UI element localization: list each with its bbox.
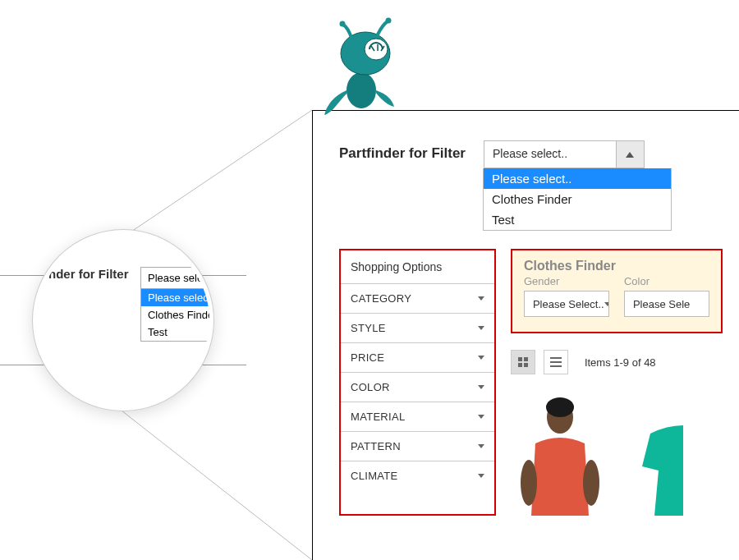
lens-option[interactable]: Please select.. (141, 289, 213, 306)
svg-point-15 (583, 460, 599, 506)
svg-line-10 (122, 110, 312, 238)
partfinder-select[interactable]: Please select.. Please select.. Clothes … (484, 140, 645, 168)
chevron-down-icon (604, 302, 609, 306)
grid-view-button[interactable] (511, 350, 535, 374)
color-select[interactable]: Please Sele (624, 291, 709, 317)
lens-partfinder-label: rtfinder for Filter (33, 267, 129, 281)
chevron-down-icon (478, 326, 484, 330)
svg-point-14 (521, 460, 537, 506)
svg-point-13 (546, 397, 574, 417)
partfinder-option[interactable]: Clothes Finder (484, 189, 671, 209)
list-view-button[interactable] (544, 350, 568, 374)
main-panel: Partfinder for Filter Please select.. Pl… (312, 110, 739, 560)
clothes-finder-box: Clothes Finder Gender Please Select.. Co… (511, 249, 723, 333)
grid-icon (518, 357, 528, 367)
shopping-options-sidebar: Shopping Options CATEGORY STYLE PRICE CO… (339, 249, 496, 516)
product-card[interactable] (511, 392, 609, 516)
lens-dropdown: Please select.. Clothes Finder Test (140, 289, 213, 342)
product-card[interactable] (634, 392, 683, 516)
sidebar-heading: Shopping Options (341, 250, 494, 283)
finder-field-label: Gender (524, 275, 609, 287)
chevron-down-icon (478, 474, 484, 478)
filter-climate[interactable]: CLIMATE (341, 461, 494, 490)
mascot-alien (312, 0, 411, 135)
gender-select[interactable]: Please Select.. (524, 291, 609, 317)
zoom-lens: rtfinder for Filter Please select.. Plea… (33, 230, 213, 411)
chevron-up-icon[interactable] (616, 141, 644, 168)
partfinder-option[interactable]: Please select.. (484, 168, 671, 189)
partfinder-label: Partfinder for Filter (339, 140, 466, 162)
filter-style[interactable]: STYLE (341, 313, 494, 342)
chevron-down-icon (478, 296, 484, 301)
chevron-down-icon (478, 444, 484, 448)
finder-title: Clothes Finder (524, 259, 709, 273)
lens-select[interactable]: Please select.. (140, 267, 213, 289)
filter-price[interactable]: PRICE (341, 342, 494, 372)
lens-option[interactable]: Clothes Finder (141, 306, 213, 324)
toolbar: Items 1-9 of 48 (511, 350, 723, 374)
partfinder-option[interactable]: Test (484, 209, 671, 230)
list-icon (550, 357, 562, 367)
filter-category[interactable]: CATEGORY (341, 283, 494, 313)
lens-select-value: Please select.. (141, 268, 213, 288)
filter-pattern[interactable]: PATTERN (341, 431, 494, 461)
chevron-down-icon (478, 385, 484, 389)
item-count: Items 1-9 of 48 (585, 356, 656, 369)
partfinder-select-value: Please select.. (484, 141, 616, 168)
filter-color[interactable]: COLOR (341, 372, 494, 402)
filter-material[interactable]: MATERIAL (341, 402, 494, 431)
svg-point-0 (347, 72, 376, 108)
finder-field-label: Color (624, 275, 709, 287)
svg-point-9 (386, 18, 392, 24)
svg-point-8 (340, 21, 346, 27)
chevron-down-icon (478, 356, 484, 360)
lens-option[interactable]: Test (141, 324, 213, 341)
chevron-down-icon (478, 415, 484, 419)
product-grid (511, 392, 723, 516)
svg-line-11 (122, 411, 312, 560)
partfinder-dropdown: Please select.. Clothes Finder Test (483, 168, 672, 231)
